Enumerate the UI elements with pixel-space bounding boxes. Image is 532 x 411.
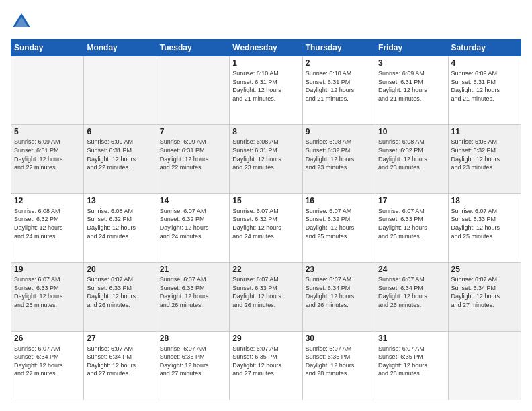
calendar-cell: 2Sunrise: 6:10 AM Sunset: 6:31 PM Daylig…	[302, 56, 375, 125]
calendar-cell: 30Sunrise: 6:07 AM Sunset: 6:35 PM Dayli…	[302, 331, 375, 400]
weekday-header-wednesday: Wednesday	[230, 40, 302, 56]
day-info: Sunrise: 6:08 AM Sunset: 6:32 PM Dayligh…	[306, 138, 372, 171]
day-info: Sunrise: 6:07 AM Sunset: 6:35 PM Dayligh…	[232, 345, 299, 378]
header	[11, 11, 521, 32]
day-info: Sunrise: 6:07 AM Sunset: 6:34 PM Dayligh…	[451, 275, 518, 309]
calendar-cell: 22Sunrise: 6:07 AM Sunset: 6:33 PM Dayli…	[230, 263, 302, 331]
calendar-cell: 3Sunrise: 6:09 AM Sunset: 6:31 PM Daylig…	[375, 56, 448, 125]
day-info: Sunrise: 6:07 AM Sunset: 6:32 PM Dayligh…	[306, 207, 372, 240]
calendar-cell	[11, 56, 84, 125]
logo-icon	[11, 11, 32, 32]
day-info: Sunrise: 6:07 AM Sunset: 6:32 PM Dayligh…	[160, 207, 226, 240]
calendar-cell: 31Sunrise: 6:07 AM Sunset: 6:35 PM Dayli…	[375, 331, 448, 400]
weekday-header-saturday: Saturday	[448, 40, 521, 56]
calendar-cell: 23Sunrise: 6:07 AM Sunset: 6:34 PM Dayli…	[302, 263, 375, 331]
weekday-header-tuesday: Tuesday	[157, 40, 229, 56]
day-number: 3	[378, 58, 445, 68]
calendar-cell: 10Sunrise: 6:08 AM Sunset: 6:32 PM Dayli…	[375, 125, 448, 193]
day-number: 13	[87, 196, 153, 205]
day-info: Sunrise: 6:08 AM Sunset: 6:32 PM Dayligh…	[378, 138, 445, 171]
day-info: Sunrise: 6:07 AM Sunset: 6:35 PM Dayligh…	[378, 345, 445, 378]
calendar-cell: 8Sunrise: 6:08 AM Sunset: 6:31 PM Daylig…	[230, 125, 302, 193]
day-info: Sunrise: 6:07 AM Sunset: 6:34 PM Dayligh…	[378, 275, 445, 309]
day-number: 14	[160, 196, 226, 205]
calendar-cell: 14Sunrise: 6:07 AM Sunset: 6:32 PM Dayli…	[157, 193, 229, 262]
day-number: 10	[378, 127, 445, 136]
calendar-week-row-3: 12Sunrise: 6:08 AM Sunset: 6:32 PM Dayli…	[11, 193, 521, 262]
weekday-header-friday: Friday	[375, 40, 448, 56]
calendar-week-row-1: 1Sunrise: 6:10 AM Sunset: 6:31 PM Daylig…	[11, 56, 521, 125]
day-info: Sunrise: 6:09 AM Sunset: 6:31 PM Dayligh…	[378, 69, 445, 103]
calendar-cell: 13Sunrise: 6:08 AM Sunset: 6:32 PM Dayli…	[84, 193, 157, 262]
day-number: 11	[451, 127, 518, 136]
day-number: 2	[306, 58, 372, 68]
calendar-cell: 20Sunrise: 6:07 AM Sunset: 6:33 PM Dayli…	[84, 263, 157, 331]
calendar-cell: 27Sunrise: 6:07 AM Sunset: 6:34 PM Dayli…	[84, 331, 157, 400]
calendar-cell: 1Sunrise: 6:10 AM Sunset: 6:31 PM Daylig…	[230, 56, 302, 125]
calendar-cell: 9Sunrise: 6:08 AM Sunset: 6:32 PM Daylig…	[302, 125, 375, 193]
day-info: Sunrise: 6:07 AM Sunset: 6:34 PM Dayligh…	[87, 345, 153, 378]
calendar-cell: 16Sunrise: 6:07 AM Sunset: 6:32 PM Dayli…	[302, 193, 375, 262]
calendar-cell: 26Sunrise: 6:07 AM Sunset: 6:34 PM Dayli…	[11, 331, 84, 400]
day-number: 25	[451, 265, 518, 274]
day-number: 6	[87, 127, 153, 136]
day-number: 1	[232, 58, 299, 68]
calendar-cell: 18Sunrise: 6:07 AM Sunset: 6:33 PM Dayli…	[448, 193, 521, 262]
day-info: Sunrise: 6:09 AM Sunset: 6:31 PM Dayligh…	[14, 138, 81, 171]
calendar-cell: 12Sunrise: 6:08 AM Sunset: 6:32 PM Dayli…	[11, 193, 84, 262]
day-number: 30	[306, 334, 372, 343]
day-number: 9	[306, 127, 372, 136]
day-info: Sunrise: 6:07 AM Sunset: 6:33 PM Dayligh…	[160, 275, 226, 309]
day-info: Sunrise: 6:09 AM Sunset: 6:31 PM Dayligh…	[87, 138, 153, 171]
day-info: Sunrise: 6:07 AM Sunset: 6:34 PM Dayligh…	[306, 275, 372, 309]
day-info: Sunrise: 6:08 AM Sunset: 6:32 PM Dayligh…	[87, 207, 153, 240]
day-info: Sunrise: 6:08 AM Sunset: 6:32 PM Dayligh…	[14, 207, 81, 240]
day-info: Sunrise: 6:07 AM Sunset: 6:35 PM Dayligh…	[160, 345, 226, 378]
day-number: 27	[87, 334, 153, 343]
day-number: 4	[451, 58, 518, 68]
day-number: 20	[87, 265, 153, 274]
calendar-cell	[84, 56, 157, 125]
calendar-cell	[157, 56, 229, 125]
calendar-cell	[448, 331, 521, 400]
day-number: 8	[232, 127, 299, 136]
day-number: 17	[378, 196, 445, 205]
calendar-cell: 25Sunrise: 6:07 AM Sunset: 6:34 PM Dayli…	[448, 263, 521, 331]
day-info: Sunrise: 6:09 AM Sunset: 6:31 PM Dayligh…	[160, 138, 226, 171]
calendar-cell: 17Sunrise: 6:07 AM Sunset: 6:33 PM Dayli…	[375, 193, 448, 262]
logo	[11, 11, 35, 32]
day-number: 7	[160, 127, 226, 136]
day-info: Sunrise: 6:10 AM Sunset: 6:31 PM Dayligh…	[306, 69, 372, 103]
day-number: 26	[14, 334, 81, 343]
calendar-cell: 7Sunrise: 6:09 AM Sunset: 6:31 PM Daylig…	[157, 125, 229, 193]
calendar-cell: 11Sunrise: 6:08 AM Sunset: 6:32 PM Dayli…	[448, 125, 521, 193]
day-info: Sunrise: 6:09 AM Sunset: 6:31 PM Dayligh…	[451, 69, 518, 103]
day-number: 19	[14, 265, 81, 274]
calendar-cell: 15Sunrise: 6:07 AM Sunset: 6:32 PM Dayli…	[230, 193, 302, 262]
day-info: Sunrise: 6:08 AM Sunset: 6:31 PM Dayligh…	[232, 138, 299, 171]
day-number: 5	[14, 127, 81, 136]
calendar-cell: 28Sunrise: 6:07 AM Sunset: 6:35 PM Dayli…	[157, 331, 229, 400]
weekday-header-row: SundayMondayTuesdayWednesdayThursdayFrid…	[11, 40, 521, 56]
day-info: Sunrise: 6:07 AM Sunset: 6:34 PM Dayligh…	[14, 345, 81, 378]
day-number: 23	[306, 265, 372, 274]
calendar-week-row-2: 5Sunrise: 6:09 AM Sunset: 6:31 PM Daylig…	[11, 125, 521, 193]
day-number: 16	[306, 196, 372, 205]
day-number: 29	[232, 334, 299, 343]
calendar-week-row-4: 19Sunrise: 6:07 AM Sunset: 6:33 PM Dayli…	[11, 263, 521, 331]
calendar-cell: 4Sunrise: 6:09 AM Sunset: 6:31 PM Daylig…	[448, 56, 521, 125]
day-info: Sunrise: 6:07 AM Sunset: 6:33 PM Dayligh…	[378, 207, 445, 240]
day-info: Sunrise: 6:08 AM Sunset: 6:32 PM Dayligh…	[451, 138, 518, 171]
page: SundayMondayTuesdayWednesdayThursdayFrid…	[0, 0, 532, 411]
calendar-week-row-5: 26Sunrise: 6:07 AM Sunset: 6:34 PM Dayli…	[11, 331, 521, 400]
calendar-cell: 24Sunrise: 6:07 AM Sunset: 6:34 PM Dayli…	[375, 263, 448, 331]
weekday-header-sunday: Sunday	[11, 40, 84, 56]
day-info: Sunrise: 6:07 AM Sunset: 6:33 PM Dayligh…	[232, 275, 299, 309]
day-info: Sunrise: 6:07 AM Sunset: 6:33 PM Dayligh…	[451, 207, 518, 240]
day-number: 21	[160, 265, 226, 274]
day-number: 24	[378, 265, 445, 274]
day-info: Sunrise: 6:07 AM Sunset: 6:33 PM Dayligh…	[14, 275, 81, 309]
day-info: Sunrise: 6:07 AM Sunset: 6:32 PM Dayligh…	[232, 207, 299, 240]
weekday-header-monday: Monday	[84, 40, 157, 56]
calendar-cell: 6Sunrise: 6:09 AM Sunset: 6:31 PM Daylig…	[84, 125, 157, 193]
